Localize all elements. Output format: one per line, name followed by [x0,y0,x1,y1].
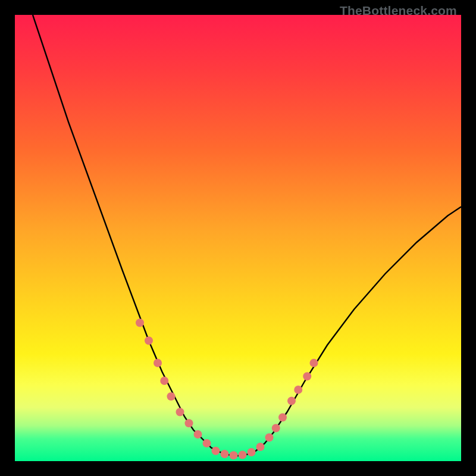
watermark-text: TheBottleneck.com [340,4,457,18]
plot-area [15,15,461,461]
chart-frame [15,15,461,461]
